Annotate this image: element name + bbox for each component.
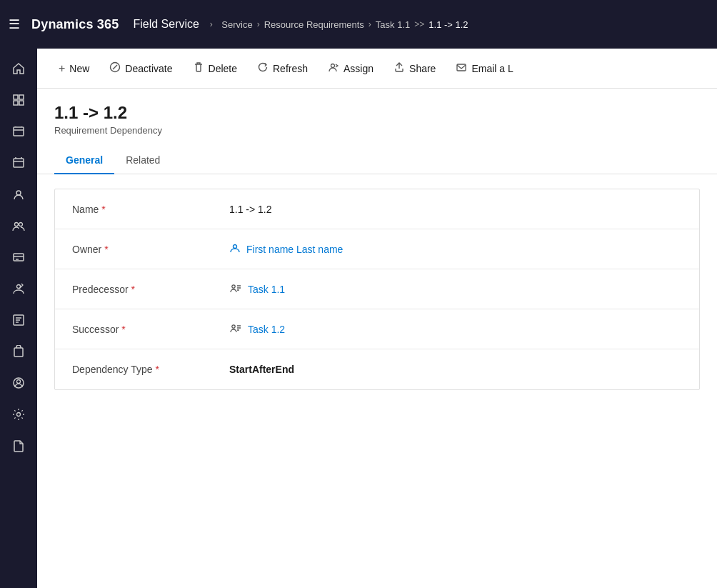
tabs: General Related xyxy=(37,147,717,174)
top-navigation: ☰ Dynamics 365 Field Service › Service ›… xyxy=(0,0,717,49)
sidebar-item-settings[interactable] xyxy=(4,400,33,429)
successor-label: Successor * xyxy=(72,324,229,335)
svg-point-8 xyxy=(19,223,23,226)
predecessor-required: * xyxy=(131,284,135,295)
svg-point-14 xyxy=(17,380,21,384)
owner-person-icon xyxy=(229,242,241,256)
breadcrumb-resource-requirements[interactable]: Resource Requirements xyxy=(264,19,364,30)
svg-rect-4 xyxy=(14,127,24,136)
dependency-type-label: Dependency Type * xyxy=(72,364,229,375)
svg-rect-5 xyxy=(14,159,24,167)
delete-icon xyxy=(193,61,204,76)
page-title: 1.1 -> 1.2 xyxy=(54,103,700,123)
assign-icon xyxy=(328,61,339,76)
form-row-dependency-type: Dependency Type * StartAfterEnd xyxy=(55,349,699,389)
svg-rect-0 xyxy=(14,95,18,99)
successor-required: * xyxy=(121,324,125,335)
delete-button[interactable]: Delete xyxy=(183,57,247,80)
brand-area: Dynamics 365 Field Service xyxy=(31,17,199,32)
name-label: Name * xyxy=(72,204,229,215)
share-icon xyxy=(393,61,405,76)
svg-point-19 xyxy=(234,244,237,248)
content-area: + New Deactivate Delete Refresh xyxy=(37,49,717,588)
svg-point-20 xyxy=(232,284,235,287)
svg-rect-3 xyxy=(19,101,24,105)
page-subtitle: Requirement Dependency xyxy=(54,125,700,136)
predecessor-value[interactable]: Task 1.1 xyxy=(229,281,285,297)
svg-rect-2 xyxy=(14,101,18,105)
page-header: 1.1 -> 1.2 Requirement Dependency xyxy=(37,89,717,136)
sidebar-item-dashboard[interactable] xyxy=(4,86,33,114)
sidebar-item-resources[interactable] xyxy=(4,274,33,303)
name-required: * xyxy=(101,204,105,215)
form-card: Name * 1.1 -> 1.2 Owner * Fir xyxy=(54,189,700,390)
toolbar: + New Deactivate Delete Refresh xyxy=(37,49,717,89)
email-button[interactable]: Email a L xyxy=(446,57,523,80)
svg-point-17 xyxy=(331,64,335,67)
sidebar-item-card[interactable] xyxy=(4,243,33,271)
breadcrumb-task-11[interactable]: Task 1.1 xyxy=(376,19,410,30)
owner-required: * xyxy=(104,244,108,255)
owner-value[interactable]: First name Last name xyxy=(229,242,343,256)
predecessor-label: Predecessor * xyxy=(72,284,229,295)
successor-value[interactable]: Task 1.2 xyxy=(229,322,285,337)
sidebar-item-documents[interactable] xyxy=(4,432,33,460)
form-row-name: Name * 1.1 -> 1.2 xyxy=(55,189,699,229)
new-button[interactable]: + New xyxy=(49,58,99,79)
successor-list-icon xyxy=(229,322,242,337)
form-row-successor: Successor * Task 1.2 xyxy=(55,309,699,349)
sidebar-item-activities[interactable] xyxy=(4,117,33,146)
assign-button[interactable]: Assign xyxy=(318,57,383,80)
refresh-icon xyxy=(257,61,269,76)
owner-label: Owner * xyxy=(72,244,229,255)
hamburger-menu-icon[interactable]: ☰ xyxy=(9,16,20,32)
svg-rect-1 xyxy=(19,95,24,99)
dependency-type-required: * xyxy=(156,364,159,375)
refresh-button[interactable]: Refresh xyxy=(247,57,318,80)
share-button[interactable]: Share xyxy=(383,57,446,80)
svg-point-21 xyxy=(232,324,235,327)
svg-point-6 xyxy=(16,191,21,195)
sidebar-item-schedule[interactable] xyxy=(4,306,33,334)
new-icon: + xyxy=(59,62,65,75)
field-service-label[interactable]: Field Service xyxy=(133,18,199,31)
sidebar xyxy=(0,49,37,588)
dependency-type-value: StartAfterEnd xyxy=(229,364,294,375)
svg-point-15 xyxy=(17,413,21,417)
deactivate-icon xyxy=(109,61,121,76)
sidebar-item-profile[interactable] xyxy=(4,369,33,397)
form-row-owner: Owner * First name Last name xyxy=(55,229,699,269)
sidebar-item-home[interactable] xyxy=(4,54,33,83)
predecessor-list-icon xyxy=(229,281,242,297)
breadcrumb-current: 1.1 -> 1.2 xyxy=(428,19,468,30)
dynamics-label: Dynamics 365 xyxy=(31,17,119,32)
sidebar-item-contacts[interactable] xyxy=(4,180,33,209)
sidebar-item-accounts[interactable] xyxy=(4,211,33,240)
deactivate-button[interactable]: Deactivate xyxy=(99,57,182,80)
form-row-predecessor: Predecessor * Task 1.1 xyxy=(55,269,699,309)
name-value: 1.1 -> 1.2 xyxy=(229,204,272,215)
breadcrumb: › Service › Resource Requirements › Task… xyxy=(205,19,468,30)
tab-related[interactable]: Related xyxy=(114,147,171,174)
sidebar-item-inventory[interactable] xyxy=(4,337,33,366)
sidebar-item-calendar[interactable] xyxy=(4,149,33,177)
email-icon xyxy=(456,61,467,76)
svg-rect-18 xyxy=(457,64,466,71)
form-area: Name * 1.1 -> 1.2 Owner * Fir xyxy=(37,174,717,588)
tab-general[interactable]: General xyxy=(54,147,114,174)
svg-rect-12 xyxy=(14,348,23,357)
svg-point-7 xyxy=(15,223,19,226)
breadcrumb-service[interactable]: Service xyxy=(221,19,252,30)
main-layout: + New Deactivate Delete Refresh xyxy=(0,49,717,588)
